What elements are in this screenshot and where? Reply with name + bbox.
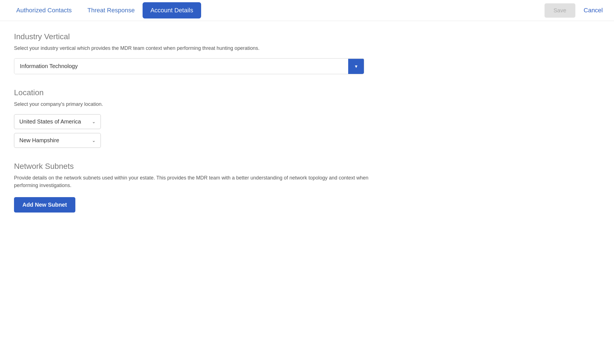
cancel-button[interactable]: Cancel: [581, 3, 606, 18]
country-value: United States of America: [19, 118, 87, 125]
tab-bar-right: Save Cancel: [545, 3, 606, 18]
industry-vertical-section: Industry Vertical Select your industry v…: [14, 32, 378, 74]
tab-bar: Authorized Contacts Threat Response Acco…: [0, 0, 614, 21]
industry-vertical-description: Select your industry vertical which prov…: [14, 45, 378, 52]
tab-authorized-contacts[interactable]: Authorized Contacts: [8, 1, 80, 20]
tab-threat-response[interactable]: Threat Response: [80, 1, 143, 20]
industry-vertical-dropdown-button[interactable]: ▾: [348, 59, 364, 74]
main-content: Industry Vertical Select your industry v…: [0, 21, 392, 238]
location-description: Select your company's primary location.: [14, 101, 378, 108]
state-value: New Hampshire: [19, 137, 87, 144]
state-dropdown[interactable]: New Hampshire ⌄: [14, 133, 101, 148]
save-button[interactable]: Save: [545, 3, 575, 18]
location-section: Location Select your company's primary l…: [14, 88, 378, 148]
country-chevron-icon: ⌄: [92, 119, 96, 124]
industry-vertical-value: Information Technology: [14, 59, 348, 74]
network-subnets-description: Provide details on the network subnets u…: [14, 174, 378, 189]
country-dropdown[interactable]: United States of America ⌄: [14, 114, 101, 129]
chevron-down-icon: ▾: [355, 63, 357, 69]
location-title: Location: [14, 88, 378, 97]
add-new-subnet-button[interactable]: Add New Subnet: [14, 197, 75, 213]
tab-account-details[interactable]: Account Details: [143, 2, 201, 18]
tab-bar-left: Authorized Contacts Threat Response Acco…: [8, 1, 545, 20]
industry-vertical-title: Industry Vertical: [14, 32, 378, 41]
state-chevron-icon: ⌄: [92, 138, 96, 143]
industry-vertical-dropdown[interactable]: Information Technology ▾: [14, 58, 364, 74]
network-subnets-title: Network Subnets: [14, 162, 378, 171]
network-subnets-section: Network Subnets Provide details on the n…: [14, 162, 378, 213]
